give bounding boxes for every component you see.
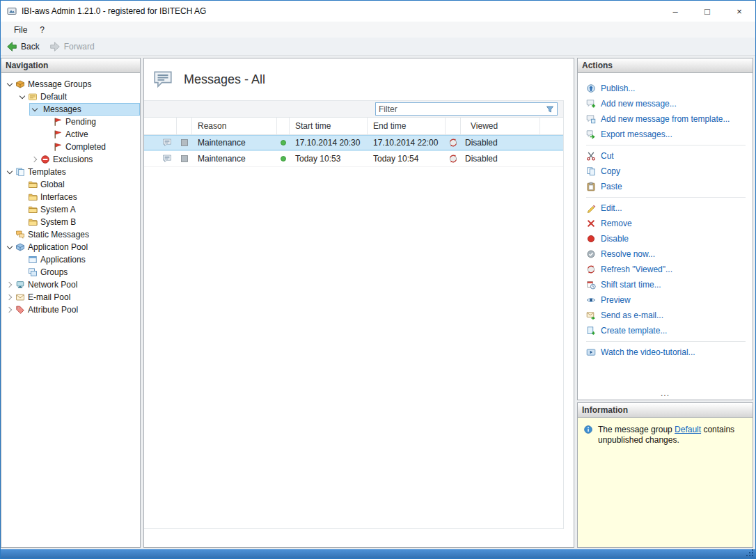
actions-panel: Actions Publish...Add new message...Add … [577, 58, 753, 400]
main-panel: Messages - All Reason Start time End [143, 58, 574, 548]
close-button[interactable]: × [723, 1, 755, 22]
action-copy[interactable]: Copy [578, 164, 753, 179]
tree-item-applications[interactable]: Applications [1, 253, 140, 266]
message-row[interactable]: MaintenanceToday 10:53Today 10:54Disable… [144, 151, 563, 167]
tree-item-default[interactable]: Default [1, 90, 140, 103]
tree-item-message-groups[interactable]: Message Groups [1, 78, 140, 90]
action-preview[interactable]: Preview [578, 292, 753, 308]
tree-item-interfaces[interactable]: Interfaces [1, 191, 140, 203]
column-header-status[interactable] [277, 118, 290, 134]
status-dot-icon [278, 138, 288, 148]
action-label: Shift start time... [601, 280, 661, 290]
action-edit[interactable]: Edit... [578, 200, 753, 216]
message-bubble-icon [162, 154, 172, 164]
maximize-button[interactable]: □ [691, 1, 723, 22]
column-header-color[interactable] [177, 118, 192, 134]
actions-overflow-indicator[interactable]: ... [578, 391, 753, 400]
filter-icon[interactable] [545, 104, 555, 114]
window-title: IBI-aws Admin 1.21.0 - registered for IB… [22, 6, 659, 16]
action-create-template[interactable]: Create template... [578, 323, 753, 338]
chevron-down-icon[interactable] [4, 79, 15, 90]
row-left-pad [144, 151, 157, 166]
action-paste[interactable]: Paste [578, 179, 753, 194]
action-watch-the-video-tutorial[interactable]: Watch the video-tutorial... [578, 345, 753, 360]
column-header-end-time[interactable]: End time [368, 118, 446, 134]
back-button[interactable]: Back [6, 41, 40, 52]
tree-item-application-pool[interactable]: Application Pool [1, 241, 140, 253]
tree-item-active[interactable]: Active [1, 128, 140, 141]
action-refresh-viewed[interactable]: Refresh "Viewed"... [578, 262, 753, 277]
action-resolve-now[interactable]: Resolve now... [578, 246, 753, 262]
tree-item-messages[interactable]: Messages [1, 103, 140, 116]
action-disable[interactable]: Disable [578, 231, 753, 246]
tree-item-attribute-pool[interactable]: Attribute Pool [1, 304, 140, 316]
filter-input[interactable] [376, 103, 545, 115]
cell-end-time: Today 10:54 [368, 151, 446, 166]
message-row[interactable]: Maintenance17.10.2014 20:3017.10.2014 22… [144, 135, 563, 151]
action-label: Cut [601, 151, 614, 161]
tree-item-system-b[interactable]: System B [1, 216, 140, 228]
action-label: Add new message... [601, 99, 677, 109]
tree-item-label: Attribute Pool [28, 305, 78, 315]
minimize-button[interactable]: – [659, 1, 691, 22]
default-group-link[interactable]: Default [675, 425, 701, 434]
tree-item-completed[interactable]: Completed [1, 141, 140, 153]
action-add-new-message-from-template[interactable]: Add new message from template... [578, 111, 753, 127]
action-cut[interactable]: Cut [578, 148, 753, 164]
tree-item-pending[interactable]: Pending [1, 116, 140, 128]
action-label: Publish... [601, 84, 635, 93]
copy-icon [586, 166, 596, 176]
column-header-viewed[interactable]: Viewed [461, 118, 540, 134]
action-shift-start-time[interactable]: Shift start time... [578, 277, 753, 292]
cell-viewed: Disabled [461, 135, 540, 150]
action-add-new-message[interactable]: Add new message... [578, 96, 753, 111]
send-email-icon [586, 310, 596, 320]
action-send-as-e-mail[interactable]: Send as e-mail... [578, 308, 753, 323]
tree-item-e-mail-pool[interactable]: E-mail Pool [1, 291, 140, 304]
chevron-down-icon[interactable] [4, 166, 15, 178]
back-icon [6, 41, 17, 52]
column-header-start-time[interactable]: Start time [290, 118, 368, 134]
action-export-messages[interactable]: Export messages... [578, 127, 753, 142]
shift-start-time-icon [586, 280, 596, 290]
column-header-type[interactable] [157, 118, 177, 134]
toolbar: Back Forward [1, 38, 755, 56]
tree-item-network-pool[interactable]: Network Pool [1, 278, 140, 291]
chevron-placeholder [17, 267, 28, 278]
forward-button[interactable]: Forward [49, 41, 95, 52]
tree-item-exclusions[interactable]: Exclusions [1, 153, 140, 166]
action-remove[interactable]: Remove [578, 216, 753, 231]
page-title: Messages - All [184, 72, 265, 87]
chevron-down-icon[interactable] [29, 104, 40, 115]
chevron-placeholder [17, 179, 28, 190]
chevron-right-icon[interactable] [4, 279, 15, 290]
tree-item-groups[interactable]: Groups [1, 266, 140, 278]
color-square-icon [180, 154, 189, 164]
tree-item-inner: System B [17, 216, 140, 228]
resize-grip[interactable] [746, 549, 755, 558]
tree-item-inner: Interfaces [17, 191, 140, 203]
chevron-down-icon[interactable] [17, 91, 28, 102]
tree-item-global[interactable]: Global [1, 178, 140, 191]
column-header-viewed-icon[interactable] [446, 118, 461, 134]
tree-item-templates[interactable]: Templates [1, 166, 140, 178]
tree-item-inner: Templates [4, 166, 140, 178]
cell-start-time: Today 10:53 [290, 151, 368, 166]
chevron-right-icon[interactable] [4, 292, 15, 303]
cell-viewed-icon [446, 135, 461, 150]
chevron-placeholder [17, 216, 28, 228]
tree-item-static-messages[interactable]: Static Messages [1, 228, 140, 241]
column-header-reason[interactable]: Reason [192, 118, 277, 134]
forward-icon [49, 41, 61, 52]
menu-help[interactable]: ? [33, 23, 51, 37]
tree-item-inner: Application Pool [4, 241, 140, 253]
chevron-right-icon[interactable] [29, 154, 40, 165]
menu-file[interactable]: File [8, 23, 33, 37]
create-template-icon [586, 326, 596, 336]
chevron-right-icon[interactable] [4, 304, 15, 315]
chevron-down-icon[interactable] [4, 242, 15, 253]
action-publish[interactable]: Publish... [578, 81, 753, 96]
tree-item-system-a[interactable]: System A [1, 203, 140, 216]
add-message-template-icon [586, 114, 596, 124]
cell-end-time: 17.10.2014 22:00 [368, 135, 446, 150]
